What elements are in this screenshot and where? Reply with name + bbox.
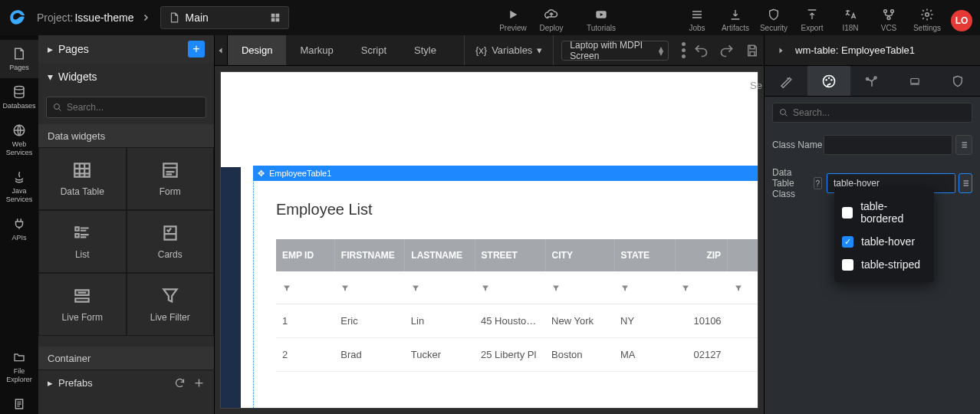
video-icon	[571, 7, 632, 22]
filter-icon[interactable]	[481, 284, 539, 293]
filter-icon[interactable]	[681, 284, 721, 293]
rail-fileexplorer[interactable]: File Explorer	[0, 343, 38, 390]
option-label: table-bordered	[860, 200, 926, 225]
checkbox-checked[interactable]	[842, 236, 853, 248]
filter-icon[interactable]	[411, 284, 469, 293]
svg-point-4	[926, 12, 929, 16]
data-table-class-field[interactable]	[834, 178, 949, 189]
apps-icon[interactable]	[270, 12, 281, 23]
widget-search[interactable]	[46, 97, 206, 118]
rail-javaservices[interactable]: Java Services	[0, 163, 38, 210]
checkbox[interactable]	[842, 259, 853, 271]
cell: New York	[545, 304, 614, 338]
tab-device[interactable]	[893, 66, 936, 96]
filter-icon[interactable]	[551, 284, 608, 293]
widget-label: Cards	[158, 249, 183, 260]
filter-icon[interactable]	[340, 284, 399, 293]
tab-security[interactable]	[936, 66, 979, 96]
action-vcs[interactable]: VCS	[870, 7, 908, 32]
rail-webservices[interactable]: Web Services	[0, 117, 38, 163]
chevron-right-icon: ▸	[48, 43, 58, 55]
help-icon[interactable]: ?	[814, 177, 822, 189]
topbar: Project: Issue-theme Main Preview Deploy…	[0, 0, 980, 35]
tab-script[interactable]: Script	[347, 35, 400, 65]
app-leftnav-preview	[221, 167, 241, 408]
rail-pages[interactable]: Pages	[0, 40, 38, 78]
section-pages[interactable]: ▸ Pages +	[38, 35, 214, 63]
rail-logs[interactable]	[0, 390, 38, 414]
tab-design[interactable]: Design	[228, 35, 286, 65]
tab-style[interactable]: Style	[400, 35, 450, 65]
cell: Lin	[405, 304, 475, 338]
widget-cards[interactable]: Cards	[127, 210, 215, 273]
col-state[interactable]: STATE	[614, 239, 675, 271]
filter-icon[interactable]	[734, 284, 751, 293]
svg-point-1	[884, 9, 887, 12]
selection-bar[interactable]: ✥ EmployeeTable1	[253, 166, 758, 181]
filter-icon[interactable]	[282, 284, 328, 293]
class-name-list-button[interactable]	[955, 135, 972, 155]
action-settings[interactable]: Settings	[908, 7, 946, 32]
widget-live-filter[interactable]: Live Filter	[127, 273, 215, 336]
device-select[interactable]: Laptop with MDPI Screen ▴▾	[561, 41, 669, 61]
action-preview[interactable]: Preview	[494, 7, 532, 32]
action-i18n[interactable]: I18N	[831, 7, 870, 32]
plus-icon[interactable]	[193, 377, 205, 389]
refresh-icon[interactable]	[174, 377, 186, 389]
section-widgets[interactable]: ▾ Widgets	[38, 63, 214, 90]
add-page-button[interactable]: +	[188, 41, 205, 58]
class-name-input[interactable]	[824, 135, 952, 155]
data-table-class-list-button[interactable]	[959, 173, 972, 193]
redo-button[interactable]	[719, 43, 735, 58]
branch-icon	[870, 7, 908, 22]
rail-databases[interactable]: Databases	[0, 78, 38, 117]
col-zip[interactable]: ZIP	[675, 239, 727, 271]
col-firstname[interactable]: FIRSTNAME	[334, 239, 405, 271]
action-deploy[interactable]: Deploy	[532, 7, 571, 32]
col-city[interactable]: CITY	[545, 239, 614, 271]
tab-props[interactable]	[765, 66, 807, 96]
tab-events[interactable]	[850, 66, 893, 96]
undo-button[interactable]	[693, 43, 709, 58]
props-search[interactable]	[772, 103, 972, 123]
liveform-icon	[71, 286, 93, 306]
filter-icon[interactable]	[620, 284, 669, 293]
search-icon	[779, 108, 788, 117]
collapse-sidebar-button[interactable]	[215, 35, 228, 65]
col-street[interactable]: STREET	[475, 239, 545, 271]
dropdown-option[interactable]: table-striped	[842, 253, 926, 276]
translate-icon	[831, 7, 870, 22]
avatar[interactable]: LO	[951, 10, 972, 31]
collapse-panel-button[interactable]	[772, 46, 789, 55]
dropdown-option[interactable]: table-bordered	[842, 195, 926, 230]
tab-markup[interactable]: Markup	[286, 35, 347, 65]
action-export[interactable]: Export	[793, 7, 831, 32]
section-prefabs[interactable]: ▸ Prefabs	[38, 370, 214, 396]
props-search-input[interactable]	[793, 107, 965, 118]
widget-list[interactable]: List	[38, 210, 127, 273]
col-emp-id[interactable]: EMP ID	[276, 239, 334, 271]
more-menu-button[interactable]	[673, 35, 693, 65]
action-tutorials[interactable]: Tutorials	[571, 7, 632, 32]
save-button[interactable]	[745, 44, 759, 58]
open-page-tab[interactable]: Main	[160, 6, 289, 29]
dropdown-option[interactable]: table-hover	[842, 230, 926, 253]
widget-data-table[interactable]: Data Table	[38, 147, 127, 210]
class-name-field[interactable]	[830, 140, 945, 150]
table-row[interactable]: 2 Brad Tucker 25 Liberty Pl Boston MA 02…	[276, 338, 758, 372]
project-chevron-icon[interactable]	[134, 0, 157, 35]
action-artifacts[interactable]: Artifacts	[716, 7, 755, 32]
table-row[interactable]: 1 Eric Lin 45 Houston St New York NY 101…	[276, 304, 758, 338]
widget-form[interactable]: Form	[127, 147, 215, 210]
widget-live-form[interactable]: Live Form	[38, 273, 127, 336]
action-security[interactable]: Security	[755, 7, 793, 32]
widget-search-input[interactable]	[67, 102, 199, 113]
variables-button[interactable]: {x} Variables ▾	[464, 35, 554, 65]
col-lastname[interactable]: LASTNAME	[405, 239, 475, 271]
project-name[interactable]: Issue-theme	[74, 12, 133, 24]
tab-style[interactable]	[807, 66, 850, 96]
action-jobs[interactable]: Jobs	[678, 7, 716, 32]
checkbox[interactable]	[842, 207, 853, 219]
rail-apis[interactable]: APIs	[0, 210, 38, 248]
design-canvas[interactable]: Se ✥ EmployeeTable1 Employee List EMP ID…	[221, 72, 758, 408]
